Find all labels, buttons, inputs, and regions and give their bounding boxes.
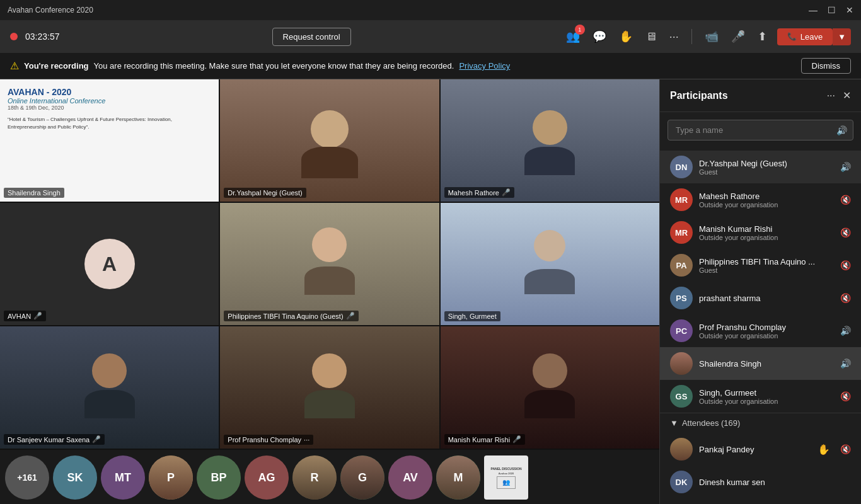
person-frame-7 bbox=[0, 326, 219, 449]
video-label-1: Shailendra Singh bbox=[4, 188, 64, 198]
panel-more-button[interactable]: ··· bbox=[827, 90, 835, 101]
request-control-button[interactable]: Request control bbox=[272, 28, 351, 46]
person-head-2 bbox=[311, 110, 349, 148]
person-head-3 bbox=[533, 110, 567, 145]
attendee-name: Dinesh kumar sen bbox=[699, 478, 851, 487]
participant-name: Singh, Gurmeet bbox=[699, 388, 834, 398]
attendee-info: Dinesh kumar sen bbox=[699, 478, 851, 487]
slide-thumb-content: PANEL DISCUSSION Avahan 2020 👥 bbox=[484, 455, 528, 500]
leave-button[interactable]: 📞 Leave bbox=[777, 28, 833, 45]
participant-mic-icon: 🔇 bbox=[840, 293, 851, 303]
panel-close-button[interactable]: ✕ bbox=[843, 89, 851, 101]
participant-item[interactable]: PA Philippines TIBFI Tina Aquino ... Gue… bbox=[660, 249, 861, 282]
cell-4-name: AVHAN bbox=[8, 312, 31, 320]
title-bar: Avahan Conference 2020 — ☐ ✕ bbox=[0, 0, 861, 20]
participant-item[interactable]: PC Prof Pranshu Chomplay Outside your or… bbox=[660, 314, 861, 347]
video-cell-8[interactable]: Prof Pranshu Chomplay ··· bbox=[220, 326, 439, 449]
strip-avatar-p3[interactable]: P bbox=[149, 455, 193, 500]
participant-item[interactable]: DN Dr.Yashpal Negi (Guest) Guest 🔊 bbox=[660, 151, 861, 183]
participant-avatar: DN bbox=[670, 156, 693, 178]
video-cell-1[interactable]: AVAHAN - 2020 Online International Confe… bbox=[0, 79, 219, 202]
mic-button[interactable]: 🎤 bbox=[729, 27, 748, 46]
slide-description: "Hotel & Tourism – Challenges Upfront & … bbox=[8, 116, 211, 131]
video-cell-5[interactable]: Philippines TIBFI Tina Aquino (Guest) 🎤 bbox=[220, 203, 439, 325]
attendee-mic-icon: 🔇 bbox=[840, 444, 851, 454]
video-cell-2[interactable]: Dr.Yashpal Negi (Guest) bbox=[220, 79, 439, 202]
video-label-6: Singh, Gurmeet bbox=[444, 311, 500, 321]
strip-avatar-mt[interactable]: MT bbox=[101, 455, 145, 500]
attendee-item[interactable]: DK Dinesh kumar sen bbox=[660, 466, 861, 498]
strip-count[interactable]: +161 bbox=[5, 455, 49, 500]
participant-name: prashant sharma bbox=[699, 294, 834, 303]
dismiss-button[interactable]: Dismiss bbox=[801, 58, 852, 74]
participant-mic-icon: 🔇 bbox=[840, 391, 851, 401]
participant-item[interactable]: MR Mahesh Rathore Outside your organisat… bbox=[660, 183, 861, 216]
camera-button[interactable]: 📹 bbox=[702, 27, 721, 46]
share-button[interactable]: ⬆ bbox=[755, 27, 770, 46]
strip-avatar-ag[interactable]: AG bbox=[245, 455, 289, 500]
video-cell-3[interactable]: Mahesh Rathore 🎤 bbox=[441, 79, 659, 202]
leave-dropdown-button[interactable]: ▼ bbox=[833, 28, 851, 45]
attendees-label: Attendees (169) bbox=[682, 418, 741, 428]
person-body-7 bbox=[84, 390, 135, 418]
attendee-item[interactable]: Pankaj Pandey ✋ 🔇 bbox=[660, 433, 861, 466]
panel-header-actions: ··· ✕ bbox=[827, 89, 851, 101]
participant-name: Shailendra Singh bbox=[699, 359, 834, 369]
attendees-chevron: ▼ bbox=[670, 418, 678, 428]
person-head-8 bbox=[312, 353, 347, 388]
video-cell-4[interactable]: A AVHAN 🎤 bbox=[0, 203, 219, 325]
participant-item[interactable]: MR Manish Kumar Rishi Outside your organ… bbox=[660, 216, 861, 249]
strip-avatar-sk[interactable]: SK bbox=[53, 455, 97, 500]
conference-slide: AVAHAN - 2020 Online International Confe… bbox=[0, 79, 219, 202]
strip-count-text: +161 bbox=[17, 472, 37, 483]
participant-item[interactable]: PS prashant sharma 🔇 bbox=[660, 282, 861, 314]
participant-item[interactable]: Shailendra Singh 🔊 bbox=[660, 347, 861, 380]
video-label-4: AVHAN 🎤 bbox=[4, 311, 46, 321]
more-button[interactable]: ··· bbox=[667, 28, 681, 46]
participant-avatar: GS bbox=[670, 385, 693, 408]
main-layout: AVAHAN - 2020 Online International Confe… bbox=[0, 79, 861, 504]
cell-9-name: Manish Kumar Rishi bbox=[448, 436, 510, 444]
strip-avatar-p6[interactable]: M bbox=[436, 455, 480, 500]
strip-avatar-bp[interactable]: BP bbox=[197, 455, 241, 500]
cell-6-name: Singh, Gurmeet bbox=[448, 312, 497, 320]
participant-search-input[interactable] bbox=[667, 120, 853, 140]
screen-button[interactable]: 🖥 bbox=[643, 28, 659, 46]
bottom-strip: +161 SK MT P BP AG R G A bbox=[0, 449, 659, 504]
participants-button[interactable]: 👥 1 bbox=[563, 27, 582, 46]
maximize-button[interactable]: ☐ bbox=[828, 5, 836, 15]
strip-avatar-p5[interactable]: G bbox=[340, 455, 384, 500]
strip-avatar-av[interactable]: AV bbox=[388, 455, 432, 500]
video-cell-7[interactable]: Dr Sanjeev Kumar Saxena 🎤 bbox=[0, 326, 219, 449]
participant-avatar: PC bbox=[670, 319, 693, 342]
close-button[interactable]: ✕ bbox=[846, 5, 853, 15]
cell-7-name: Dr Sanjeev Kumar Saxena bbox=[8, 436, 90, 444]
top-bar: 03:23:57 Request control 👥 1 💬 ✋ 🖥 ··· 📹… bbox=[0, 20, 861, 53]
privacy-link[interactable]: Privacy Policy bbox=[459, 61, 510, 71]
participant-avatar bbox=[670, 352, 693, 375]
participants-panel: Participants ··· ✕ 🔊 DN Dr.Yashpal Negi … bbox=[659, 79, 861, 504]
participant-mic-icon: 🔇 bbox=[840, 227, 851, 238]
attendees-section: ▼ Attendees (169) bbox=[660, 413, 861, 433]
chat-button[interactable]: 💬 bbox=[590, 27, 609, 46]
panel-title: Participants bbox=[670, 90, 728, 101]
strip-slide-thumb[interactable]: PANEL DISCUSSION Avahan 2020 👥 bbox=[484, 455, 528, 500]
video-cell-9[interactable]: Manish Kumar Rishi 🎤 bbox=[441, 326, 659, 449]
slide-title: AVAHAN - 2020 bbox=[8, 87, 71, 97]
recording-indicator bbox=[10, 33, 18, 40]
slide-subtitle: Online International Conference bbox=[8, 97, 105, 105]
attendees-header[interactable]: ▼ Attendees (169) bbox=[670, 418, 851, 428]
hand-button[interactable]: ✋ bbox=[616, 27, 635, 46]
person-frame-5 bbox=[220, 203, 439, 325]
participant-mic-icon: 🔊 bbox=[840, 162, 851, 172]
participant-name: Philippines TIBFI Tina Aquino ... bbox=[699, 257, 834, 266]
video-label-7: Dr Sanjeev Kumar Saxena 🎤 bbox=[4, 434, 105, 445]
video-cell-6[interactable]: Singh, Gurmeet bbox=[441, 203, 659, 325]
cell-5-mic: 🎤 bbox=[346, 312, 355, 320]
cell-3-name: Mahesh Rathore bbox=[448, 189, 499, 197]
minimize-button[interactable]: — bbox=[809, 5, 818, 15]
strip-avatar-p4[interactable]: R bbox=[292, 455, 337, 500]
top-bar-center: Request control bbox=[272, 28, 351, 46]
participant-item[interactable]: GS Singh, Gurmeet Outside your organisat… bbox=[660, 380, 861, 413]
cell-5-name: Philippines TIBFI Tina Aquino (Guest) bbox=[228, 312, 343, 320]
